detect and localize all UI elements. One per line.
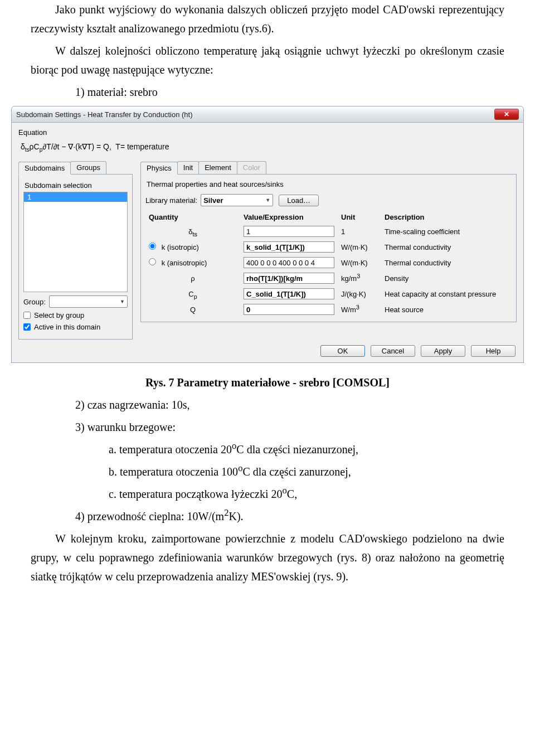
ok-button[interactable]: OK: [320, 345, 365, 357]
tab-groups[interactable]: Groups: [70, 161, 106, 174]
paragraph-3: W kolejnym kroku, zaimportowane powierzc…: [31, 529, 504, 586]
col-unit: Unit: [338, 211, 381, 224]
list-item-3b: b. temperatura otoczenia 100oC dla częśc…: [109, 462, 504, 481]
paragraph-2: W dalszej kolejności obliczono temperatu…: [31, 41, 504, 79]
value-input[interactable]: [244, 273, 334, 284]
tab-element[interactable]: Element: [198, 161, 237, 174]
list-item-1: 1) materiał: srebro: [75, 83, 504, 101]
list-item-3c: c. temperatura początkowa łyżeczki 20oC,: [109, 484, 504, 503]
chevron-down-icon: ▼: [265, 197, 270, 203]
dialog-title: Subdomain Settings - Heat Transfer by Co…: [16, 110, 494, 119]
value-input[interactable]: [244, 226, 334, 237]
dialog-buttons: OK Cancel Apply Help: [18, 340, 517, 358]
list-item-4: 4) przewodność cieplna: 10W/(m2K).: [75, 507, 504, 526]
list-item-3a: a. temperatura otoczenia 20oC dla części…: [109, 440, 504, 459]
close-icon: ✕: [504, 110, 509, 118]
library-material-label: Library material:: [145, 196, 197, 205]
chevron-down-icon: ▼: [120, 299, 125, 304]
list-item-3: 3) warunku brzegowe:: [75, 418, 504, 437]
subdomain-settings-dialog: Subdomain Settings - Heat Transfer by Co…: [11, 106, 524, 363]
thermal-properties-label: Thermal properties and heat sources/sink…: [147, 180, 512, 188]
col-description: Description: [381, 211, 512, 224]
table-row: k (anisotropic) W/(m·K) Thermal conducti…: [145, 255, 512, 270]
equation-label: Equation: [18, 128, 517, 137]
right-tabs: Physics Init Element Color: [140, 161, 517, 175]
col-value: Value/Expression: [240, 211, 338, 224]
tab-color: Color: [237, 161, 266, 174]
table-row: ρ kg/m3 Density: [145, 270, 512, 286]
group-label: Group:: [23, 298, 46, 306]
table-row: Cp J/(kg·K) Heat capacity at constant pr…: [145, 286, 512, 302]
close-button[interactable]: ✕: [494, 109, 519, 120]
help-button[interactable]: Help: [471, 345, 515, 357]
equation-text: δtsρCp∂T/∂t − ∇·(k∇T) = Q, T= temperatur…: [18, 139, 517, 161]
left-tabs: Subdomains Groups: [18, 161, 133, 175]
group-dropdown[interactable]: ▼: [49, 295, 128, 308]
value-input[interactable]: [244, 257, 334, 268]
list-item-2: 2) czas nagrzewania: 10s,: [75, 395, 504, 414]
load-button[interactable]: Load…: [279, 195, 319, 206]
library-material-dropdown[interactable]: Silver ▼: [201, 194, 273, 206]
tab-physics[interactable]: Physics: [140, 162, 178, 175]
k-anisotropic-radio[interactable]: [149, 258, 156, 265]
table-row: δts 1 Time-scaling coefficient: [145, 224, 512, 239]
figure-caption-7: Rys. 7 Parametry materiałowe - srebro [C…: [31, 373, 504, 392]
subdomain-listbox[interactable]: 1: [23, 192, 128, 292]
tab-subdomains[interactable]: Subdomains: [18, 162, 71, 175]
value-input[interactable]: [244, 241, 334, 253]
select-by-group-label: Select by group: [34, 311, 84, 319]
value-input[interactable]: [244, 288, 334, 299]
select-by-group-checkbox[interactable]: [23, 312, 31, 319]
apply-button[interactable]: Apply: [421, 345, 465, 357]
tab-init[interactable]: Init: [177, 161, 199, 174]
paragraph-1: Jako punkt wyjściowy do wykonania dalszy…: [31, 0, 504, 38]
property-grid: Quantity Value/Expression Unit Descripti…: [145, 211, 512, 317]
k-isotropic-radio[interactable]: [149, 243, 156, 250]
subdomain-selection-label: Subdomain selection: [25, 181, 128, 190]
active-in-domain-checkbox[interactable]: [23, 323, 31, 331]
dialog-titlebar[interactable]: Subdomain Settings - Heat Transfer by Co…: [11, 106, 524, 123]
table-row: Q W/m3 Heat source: [145, 302, 512, 317]
cancel-button[interactable]: Cancel: [371, 345, 415, 357]
table-row: k (isotropic) W/(m·K) Thermal conductivi…: [145, 239, 512, 255]
value-input[interactable]: [244, 304, 334, 315]
col-quantity: Quantity: [145, 211, 240, 224]
active-in-domain-label: Active in this domain: [34, 323, 100, 331]
list-item[interactable]: 1: [24, 192, 127, 202]
